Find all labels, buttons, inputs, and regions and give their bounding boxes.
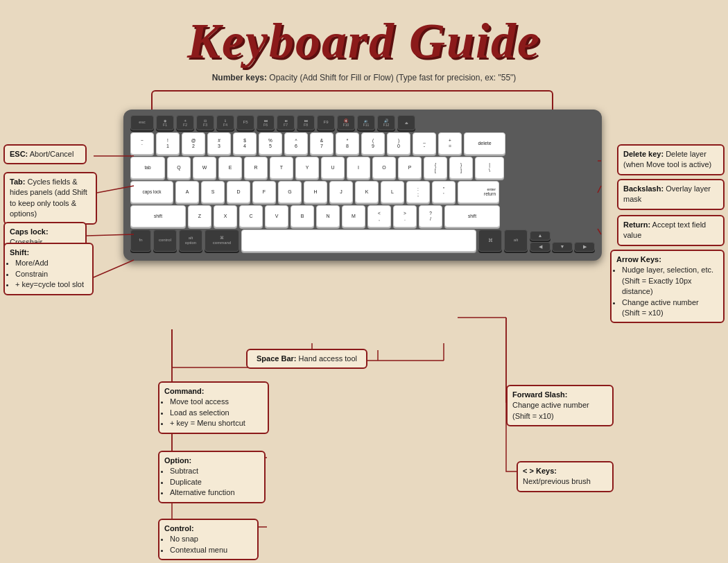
key-b[interactable]: B (291, 205, 314, 227)
ann-ltgt: < > Keys: Next/previous brush (517, 461, 614, 492)
key-g[interactable]: G (278, 181, 302, 203)
key-f5[interactable]: F5 (236, 115, 254, 130)
key-tab[interactable]: tab (130, 157, 165, 179)
key-shift-left[interactable]: shift (130, 205, 186, 227)
key-t[interactable]: T (270, 157, 293, 179)
key-h[interactable]: H (304, 181, 327, 203)
ann-control-item2: Contextual menu (170, 545, 252, 555)
key-e[interactable]: E (218, 157, 242, 179)
number-row: ~` !1 @2 #3 $4 %5 ^6 &7 *8 (9 )0 _- += d… (130, 132, 595, 155)
key-arrow-left[interactable]: ◀ (530, 242, 551, 252)
ann-esc: ESC: Abort/Cancel (3, 144, 87, 164)
key-l[interactable]: L (381, 181, 404, 203)
key-4[interactable]: $4 (233, 132, 257, 155)
key-f12[interactable]: 🔊F12 (377, 115, 395, 130)
key-r[interactable]: R (244, 157, 268, 179)
ann-fwdslash-text: Change active number (Shift = x10) (512, 401, 589, 419)
key-8[interactable]: *8 (336, 132, 359, 155)
key-minus[interactable]: _- (413, 132, 436, 155)
key-1[interactable]: !1 (156, 132, 180, 155)
key-comma[interactable]: <, (367, 205, 391, 227)
key-y[interactable]: Y (295, 157, 319, 179)
ann-fwdslash: Forward Slash: Change active number (Shi… (506, 385, 614, 426)
key-backslash[interactable]: |\ (475, 157, 504, 179)
ann-shift: Shift: More/Add Constrain + key=cycle to… (3, 243, 94, 295)
key-option[interactable]: altoption (179, 229, 202, 252)
key-capslock[interactable]: caps lock (130, 181, 173, 203)
key-c[interactable]: C (239, 205, 263, 227)
key-o[interactable]: O (372, 157, 396, 179)
ann-arrow-item1: Nudge layer, selection, etc. (Shift = Ex… (622, 265, 718, 297)
ann-spacebar: Space Bar: Hand access tool (246, 349, 367, 369)
key-q[interactable]: Q (167, 157, 191, 179)
key-f7[interactable]: ⏯F7 (277, 115, 295, 130)
key-d[interactable]: D (227, 181, 250, 203)
key-space[interactable] (241, 229, 476, 252)
ann-option-item3: Alternative function (170, 487, 259, 498)
key-i[interactable]: I (347, 157, 370, 179)
ann-shift-item1: More/Add (15, 258, 87, 268)
key-6[interactable]: ^6 (284, 132, 308, 155)
key-esc[interactable]: esc (130, 115, 154, 130)
key-lbracket[interactable]: {[ (424, 157, 447, 179)
key-5[interactable]: %5 (259, 132, 282, 155)
bottom-row: fn control altoption ⌘command ⌘ alt ▲ ◀ … (130, 229, 595, 252)
key-u[interactable]: U (321, 157, 345, 179)
key-p[interactable]: P (398, 157, 422, 179)
ann-shift-item3: + key=cycle tool slot (15, 279, 87, 290)
key-eject[interactable]: ⏏ (397, 115, 415, 130)
key-control[interactable]: control (153, 229, 177, 252)
key-n[interactable]: N (316, 205, 340, 227)
key-command-left[interactable]: ⌘command (205, 229, 239, 252)
key-option-right[interactable]: alt (504, 229, 528, 252)
key-3[interactable]: #3 (207, 132, 231, 155)
key-z[interactable]: Z (188, 205, 211, 227)
key-v[interactable]: V (265, 205, 288, 227)
ann-option-item1: Subtract (170, 466, 259, 476)
key-f8[interactable]: ⏭F8 (297, 115, 315, 130)
key-fn[interactable]: fn (130, 229, 151, 252)
key-9[interactable]: (9 (361, 132, 385, 155)
key-s[interactable]: S (201, 181, 225, 203)
key-f2[interactable]: ☀F2 (176, 115, 194, 130)
ann-backslash-label: Backslash: (623, 184, 664, 193)
key-arrow-up[interactable]: ▲ (530, 231, 551, 241)
ann-command-item2: Load as selection (170, 408, 263, 418)
key-w[interactable]: W (193, 157, 216, 179)
key-plus[interactable]: += (438, 132, 462, 155)
key-f3[interactable]: ⊟F3 (196, 115, 214, 130)
key-f10[interactable]: 🔇F10 (337, 115, 355, 130)
key-semicolon[interactable]: :; (406, 181, 430, 203)
key-f4[interactable]: ℹF4 (216, 115, 234, 130)
key-slash[interactable]: ?/ (419, 205, 442, 227)
key-tilde[interactable]: ~` (130, 132, 154, 155)
key-k[interactable]: K (355, 181, 379, 203)
key-delete[interactable]: delete (464, 132, 505, 155)
key-f1[interactable]: ◉F1 (156, 115, 174, 130)
key-x[interactable]: X (214, 205, 237, 227)
key-rbracket[interactable]: }] (449, 157, 473, 179)
key-quote[interactable]: "' (432, 181, 456, 203)
ann-ltgt-text: Next/previous brush (523, 477, 591, 485)
ann-caps-label: Caps lock: (10, 227, 49, 236)
key-command-right[interactable]: ⌘ (478, 229, 502, 252)
key-f11[interactable]: 🔉F11 (357, 115, 375, 130)
qwerty-row: tab Q W E R T Y U I O P {[ }] |\ (130, 157, 595, 179)
key-arrow-right[interactable]: ▶ (574, 242, 595, 252)
key-shift-right[interactable]: shift (444, 205, 500, 227)
key-m[interactable]: M (342, 205, 365, 227)
key-j[interactable]: J (329, 181, 353, 203)
key-f9[interactable]: F9 (317, 115, 335, 130)
key-a[interactable]: A (175, 181, 199, 203)
key-period[interactable]: >. (393, 205, 417, 227)
key-0[interactable]: )0 (387, 132, 410, 155)
ann-command-item1: Move tool access (170, 397, 263, 407)
key-f[interactable]: F (252, 181, 276, 203)
key-7[interactable]: &7 (310, 132, 333, 155)
key-arrow-down[interactable]: ▼ (552, 242, 573, 252)
key-2[interactable]: @2 (182, 132, 205, 155)
key-return[interactable]: enterreturn (458, 181, 499, 203)
asdf-row: caps lock A S D F G H J K L :; "' enterr… (130, 181, 595, 203)
ann-arrow-keys: Arrow Keys: Nudge layer, selection, etc.… (610, 250, 725, 323)
key-f6[interactable]: ⏮F6 (257, 115, 275, 130)
